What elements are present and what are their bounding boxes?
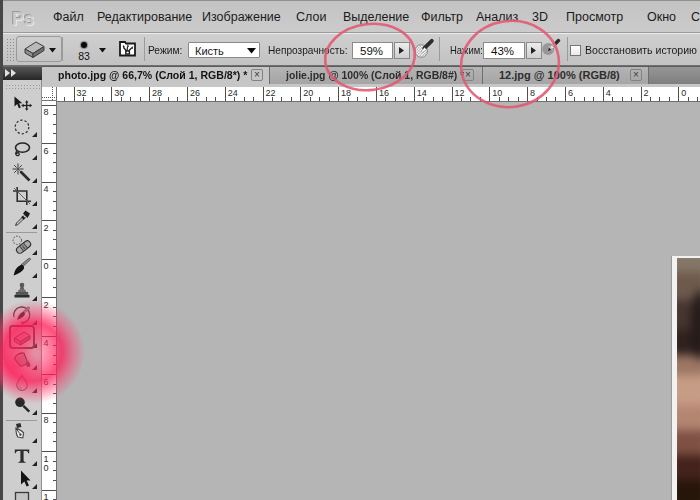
svg-text:4: 4 (606, 88, 611, 98)
svg-text:6: 6 (44, 146, 49, 156)
svg-text:26: 26 (190, 88, 200, 98)
svg-text:0: 0 (681, 88, 686, 98)
svg-text:2: 2 (44, 300, 49, 310)
svg-text:28: 28 (152, 88, 162, 98)
svg-text:6: 6 (568, 88, 573, 98)
svg-text:4: 4 (44, 338, 49, 348)
svg-text:1: 1 (44, 492, 49, 500)
svg-text:22: 22 (266, 88, 276, 98)
svg-text:12: 12 (455, 88, 465, 98)
svg-text:8: 8 (44, 415, 49, 425)
svg-text:30: 30 (114, 88, 124, 98)
svg-text:14: 14 (417, 88, 427, 98)
svg-text:8: 8 (44, 107, 49, 117)
svg-text:2: 2 (644, 88, 649, 98)
svg-text:16: 16 (379, 88, 389, 98)
svg-text:6: 6 (44, 377, 49, 387)
svg-text:10: 10 (492, 88, 502, 98)
svg-text:32: 32 (77, 88, 87, 98)
svg-text:0: 0 (44, 463, 49, 473)
svg-text:8: 8 (530, 88, 535, 98)
svg-text:18: 18 (341, 88, 351, 98)
svg-text:24: 24 (228, 88, 238, 98)
svg-text:0: 0 (44, 261, 49, 271)
svg-text:4: 4 (44, 184, 49, 194)
svg-text:2: 2 (44, 223, 49, 233)
svg-text:20: 20 (303, 88, 313, 98)
